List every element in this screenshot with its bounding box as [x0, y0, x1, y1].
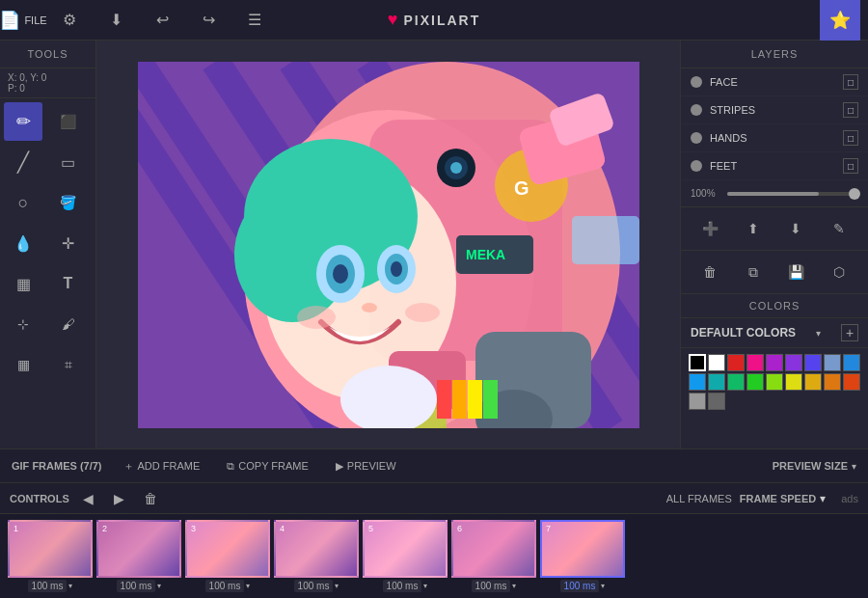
preview-button[interactable]: ▶ PREVIEW	[330, 457, 402, 476]
add-color-button[interactable]: +	[841, 324, 858, 341]
layer-name-face: FACE	[710, 76, 835, 88]
prev-frame-button[interactable]: ◀	[77, 487, 100, 510]
redo-icon[interactable]: ↪	[193, 5, 224, 36]
star-button[interactable]: ⭐	[820, 0, 860, 41]
color-swatch-green[interactable]	[727, 373, 745, 391]
preview-size-caret[interactable]: ▾	[852, 461, 856, 472]
frame-speed-caret-4[interactable]: ▾	[335, 582, 339, 590]
color-swatch-violet[interactable]	[785, 354, 802, 371]
duplicate-layer-button[interactable]: ⧉	[740, 258, 767, 285]
pencil-tool[interactable]: ✏	[4, 102, 42, 141]
color-swatch-white[interactable]	[708, 354, 725, 371]
color-swatch-orange-yellow[interactable]	[804, 373, 822, 391]
wand-tool[interactable]: ⊹	[4, 305, 42, 343]
layer-face[interactable]: FACE □	[681, 68, 868, 96]
layer-name-stripes: STRIPES	[710, 104, 835, 116]
color-swatch-red[interactable]	[727, 354, 745, 371]
color-swatch-orange[interactable]	[824, 373, 841, 391]
settings-icon[interactable]: ⚙	[54, 5, 85, 36]
frame-num-7: 7	[546, 524, 551, 533]
color-swatch-teal[interactable]	[708, 373, 725, 391]
eraser-tool[interactable]: ⬛	[49, 102, 88, 141]
merge-layer-button[interactable]: ⬡	[826, 258, 853, 285]
add-frame-label: ADD FRAME	[138, 460, 201, 472]
file-label: FILE	[24, 14, 46, 26]
frame-num-4: 4	[280, 524, 285, 533]
layer-visibility-feet[interactable]: □	[843, 158, 858, 174]
move-layer-up-button[interactable]: ⬆	[740, 215, 767, 242]
frame-speed-caret-6[interactable]: ▾	[512, 582, 516, 590]
bottom-bar: GIF FRAMES (7/7) ＋ ADD FRAME ⧉ COPY FRAM…	[0, 448, 868, 483]
edit-layer-button[interactable]: ✎	[826, 215, 853, 242]
color-swatch-black[interactable]	[689, 354, 706, 371]
frame-thumb-1[interactable]: 1	[8, 520, 93, 578]
color-swatch-pink[interactable]	[746, 354, 764, 371]
color-swatch-lightblue[interactable]	[824, 354, 841, 371]
layer-visibility-stripes[interactable]: □	[843, 102, 858, 118]
paintbrush-tool[interactable]: 🖌	[49, 305, 88, 343]
canvas-area[interactable]: MEKA G	[96, 41, 680, 448]
frame-item-3: 3 100 ms ▾	[185, 520, 270, 592]
save-layer-button[interactable]: 💾	[782, 258, 809, 285]
delete-layer-button[interactable]: 🗑	[696, 258, 723, 285]
delete-frame-button[interactable]: 🗑	[139, 487, 162, 510]
layer-hands[interactable]: HANDS □	[681, 124, 868, 152]
copy-frame-button[interactable]: ⧉ COPY FRAME	[221, 457, 314, 476]
color-swatch-light-gray[interactable]	[689, 393, 706, 410]
line-tool[interactable]: ╱	[4, 143, 42, 181]
color-swatch-blue[interactable]	[843, 354, 860, 371]
default-colors-caret[interactable]: ▾	[816, 328, 821, 339]
layer-stripes[interactable]: STRIPES □	[681, 96, 868, 124]
frame-thumb-4[interactable]: 4	[274, 520, 359, 578]
crop-tool[interactable]: ⌗	[49, 345, 88, 384]
fill-tool[interactable]: 🪣	[49, 183, 88, 222]
add-frame-button[interactable]: ＋ ADD FRAME	[118, 456, 206, 476]
tile-tool[interactable]: ▦	[4, 345, 42, 384]
color-swatch-yellow[interactable]	[785, 373, 802, 391]
move-layer-down-button[interactable]: ⬇	[782, 215, 809, 242]
app-logo: ♥ PIXILART	[388, 10, 480, 30]
file-icon[interactable]: 📄 FILE	[8, 5, 39, 36]
menu-icon[interactable]: ☰	[239, 5, 270, 36]
pixel-art-canvas[interactable]: MEKA G	[138, 62, 639, 428]
dither-tool[interactable]: ▦	[4, 264, 42, 303]
move-tool[interactable]: ✛	[49, 224, 88, 262]
frame-speed-caret-3[interactable]: ▾	[246, 582, 250, 590]
color-swatch-yellow-green[interactable]	[766, 373, 783, 391]
frame-speed-button[interactable]: FRAME SPEED ▾	[740, 492, 826, 505]
all-frames-button[interactable]: ALL FRAMES	[666, 493, 732, 504]
opacity-slider[interactable]	[727, 192, 858, 196]
layer-feet[interactable]: FEET □	[681, 152, 868, 180]
circle-tool[interactable]: ○	[4, 183, 42, 222]
frame-speed-caret-7[interactable]: ▾	[601, 582, 605, 590]
color-swatch-gray[interactable]	[708, 393, 725, 410]
frame-thumb-6[interactable]: 6	[451, 520, 536, 578]
next-frame-button[interactable]: ▶	[108, 487, 131, 510]
text-tool[interactable]: T	[49, 264, 88, 303]
frame-speed-caret-2[interactable]: ▾	[157, 582, 161, 590]
frame-speed-caret-1[interactable]: ▾	[68, 582, 72, 590]
preview-size-row[interactable]: PREVIEW SIZE ▾	[773, 460, 856, 472]
layer-visibility-face[interactable]: □	[843, 74, 858, 90]
frame-speed-val-5: 100 ms	[383, 580, 422, 592]
color-swatch-purple[interactable]	[766, 354, 783, 371]
undo-icon[interactable]: ↩	[147, 5, 177, 36]
layer-visibility-hands[interactable]: □	[843, 130, 858, 146]
frame-speed-caret-5[interactable]: ▾	[423, 582, 427, 590]
color-swatch-dark-orange[interactable]	[843, 373, 860, 391]
svg-point-39	[450, 162, 462, 174]
frame-thumb-5[interactable]: 5	[363, 520, 448, 578]
add-layer-button[interactable]: ➕	[696, 215, 723, 242]
color-swatch-lime[interactable]	[746, 373, 764, 391]
download-icon[interactable]: ⬇	[100, 5, 131, 36]
heart-icon: ♥	[388, 10, 398, 30]
select-tool[interactable]: ▭	[49, 143, 88, 181]
layer-actions-row2: 🗑 ⧉ 💾 ⬡	[681, 251, 868, 294]
frame-thumb-7[interactable]: 7	[540, 520, 625, 578]
eyedropper-tool[interactable]: 💧	[4, 224, 42, 262]
color-swatch-indigo[interactable]	[804, 354, 822, 371]
color-swatch-skyblue[interactable]	[689, 373, 706, 391]
frame-thumb-3[interactable]: 3	[185, 520, 270, 578]
frame-thumb-2[interactable]: 2	[96, 520, 181, 578]
frame-item-5: 5 100 ms ▾	[363, 520, 448, 592]
